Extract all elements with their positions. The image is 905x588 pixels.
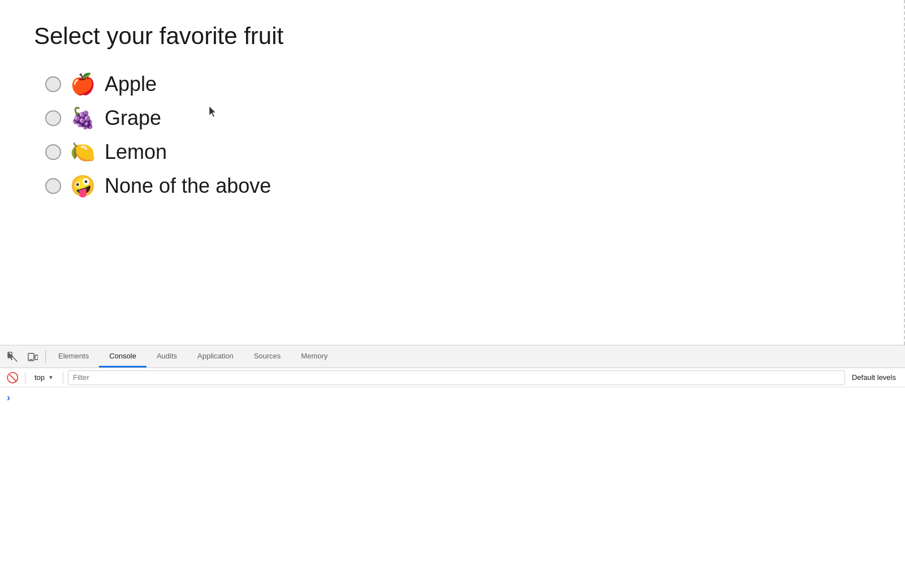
clear-console-button[interactable]: 🚫 <box>5 370 20 386</box>
page-content: Select your favorite fruit 🍎 Apple 🍇 Gra… <box>0 0 905 345</box>
lemon-emoji: 🍋 <box>70 140 96 164</box>
grape-emoji: 🍇 <box>70 106 96 130</box>
tab-sources[interactable]: Sources <box>244 345 291 368</box>
cursor-inspect-icon <box>7 352 18 362</box>
console-chevron-icon: › <box>7 392 10 404</box>
list-item[interactable]: 🍋 Lemon <box>45 140 871 164</box>
devtools-tabs: Elements Console Audits Application Sour… <box>48 345 338 368</box>
devtools-toolbar: Elements Console Audits Application Sour… <box>0 345 905 368</box>
no-entry-icon: 🚫 <box>6 371 19 384</box>
inspect-element-button[interactable] <box>2 347 23 367</box>
none-label: None of the above <box>105 174 271 198</box>
context-label: top <box>35 373 45 382</box>
console-separator-1 <box>25 372 25 383</box>
none-emoji: 🤪 <box>70 174 96 198</box>
tab-audits[interactable]: Audits <box>146 345 187 368</box>
devtools-panel: Elements Console Audits Application Sour… <box>0 345 905 588</box>
apple-label: Apple <box>105 72 157 96</box>
tab-application[interactable]: Application <box>187 345 244 368</box>
grape-label: Grape <box>105 106 161 130</box>
filter-input[interactable] <box>68 370 845 385</box>
list-item[interactable]: 🍎 Apple <box>45 72 871 96</box>
console-content[interactable]: › <box>0 387 905 588</box>
lemon-label: Lemon <box>105 140 167 164</box>
svg-rect-2 <box>35 355 38 360</box>
console-prompt: › <box>7 392 898 404</box>
none-radio[interactable] <box>45 178 61 194</box>
context-selector-button[interactable]: top ▼ <box>30 372 58 383</box>
default-levels-button[interactable]: Default levels <box>847 372 900 383</box>
list-item[interactable]: 🍇 Grape <box>45 106 871 130</box>
console-toolbar: 🚫 top ▼ Default levels <box>0 368 905 387</box>
fruit-radio-group: 🍎 Apple 🍇 Grape 🍋 Lemon 🤪 None of the ab… <box>45 72 871 198</box>
tab-memory[interactable]: Memory <box>291 345 338 368</box>
device-icon <box>28 352 38 362</box>
apple-emoji: 🍎 <box>70 72 96 96</box>
apple-radio[interactable] <box>45 76 61 92</box>
toolbar-separator-1 <box>45 350 46 364</box>
tab-elements[interactable]: Elements <box>48 345 99 368</box>
device-toolbar-button[interactable] <box>23 347 43 367</box>
tab-console[interactable]: Console <box>99 345 146 368</box>
lemon-radio[interactable] <box>45 144 61 160</box>
grape-radio[interactable] <box>45 110 61 126</box>
filter-separator <box>63 372 63 383</box>
chevron-down-icon: ▼ <box>48 374 54 381</box>
list-item[interactable]: 🤪 None of the above <box>45 174 871 198</box>
page-title: Select your favorite fruit <box>34 23 871 50</box>
